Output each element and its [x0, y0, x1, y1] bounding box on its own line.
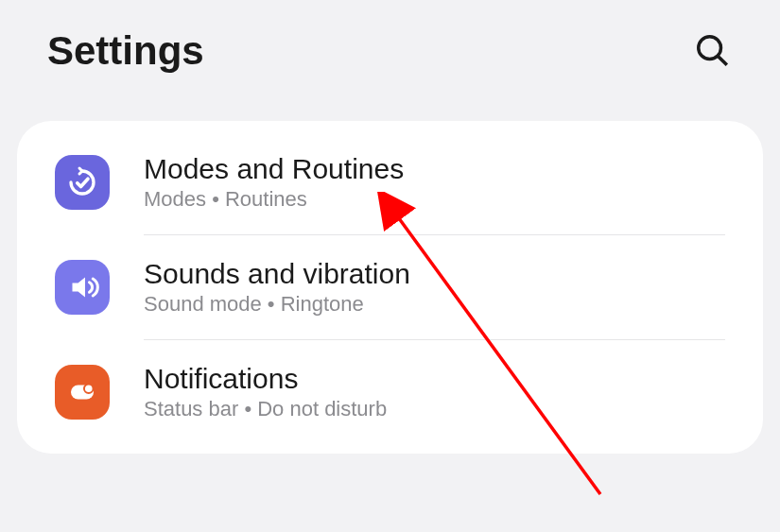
item-text: Notifications Status bar • Do not distur…	[144, 363, 387, 421]
modes-routines-icon	[55, 155, 110, 210]
notifications-icon	[55, 365, 110, 420]
settings-list: Modes and Routines Modes • Routines Soun…	[17, 121, 763, 454]
search-button[interactable]	[691, 30, 733, 72]
item-text: Sounds and vibration Sound mode • Ringto…	[144, 258, 410, 317]
item-title: Modes and Routines	[144, 153, 404, 185]
svg-point-3	[84, 384, 94, 393]
search-icon	[694, 32, 730, 71]
settings-item-sounds-vibration[interactable]: Sounds and vibration Sound mode • Ringto…	[17, 235, 763, 339]
settings-header: Settings	[0, 0, 780, 102]
item-title: Sounds and vibration	[144, 258, 410, 290]
settings-item-modes-routines[interactable]: Modes and Routines Modes • Routines	[17, 130, 763, 234]
svg-line-1	[719, 56, 727, 64]
item-title: Notifications	[144, 363, 387, 395]
item-subtitle: Status bar • Do not disturb	[144, 397, 387, 421]
item-subtitle: Sound mode • Ringtone	[144, 292, 410, 317]
svg-point-0	[699, 36, 721, 59]
page-title: Settings	[47, 28, 204, 74]
item-text: Modes and Routines Modes • Routines	[144, 153, 404, 212]
settings-item-notifications[interactable]: Notifications Status bar • Do not distur…	[17, 340, 763, 444]
sound-icon	[55, 260, 110, 315]
item-subtitle: Modes • Routines	[144, 187, 404, 212]
